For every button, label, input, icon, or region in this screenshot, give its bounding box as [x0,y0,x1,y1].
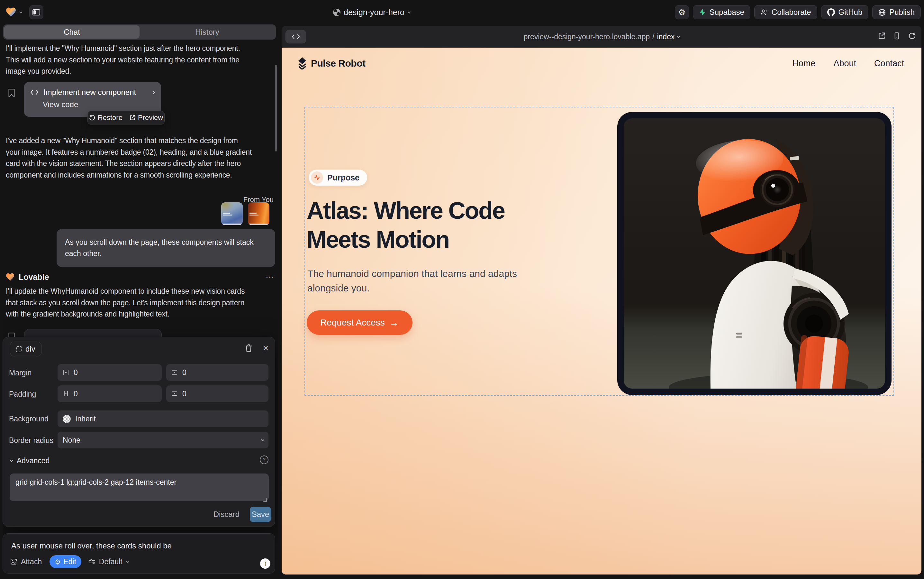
attach-image-icon [11,558,18,565]
selected-element-chip[interactable]: div [10,342,41,357]
publish-button[interactable]: Publish [872,5,921,19]
send-button[interactable]: ↑ [260,558,270,569]
purpose-badge: Purpose [309,170,367,186]
collaborate-icon [760,9,768,16]
margin-x-input[interactable]: 0 [57,364,162,381]
open-in-new-tab-icon[interactable] [878,32,885,39]
close-icon[interactable]: × [263,345,268,351]
mode-select[interactable]: Default [89,558,128,566]
padding-label: Padding [9,390,36,399]
badge-label: Purpose [327,173,359,182]
dashed-selection-icon [16,346,21,352]
project-chevron-icon [408,10,411,13]
transparency-swatch-icon [63,415,71,423]
padding-horizontal-icon [63,391,69,397]
padding-x-input[interactable]: 0 [57,385,162,402]
user-message-bubble: As you scroll down the page, these compo… [57,229,275,267]
assistant-message-3: I'll update the WhyHumanoid component to… [6,286,245,320]
classes-textarea[interactable]: grid grid-cols-1 lg:grid-cols-2 gap-12 i… [10,473,269,501]
publish-globe-icon [878,9,886,16]
url-chevron-icon [677,35,680,38]
github-icon [827,8,835,16]
element-tag: div [25,345,35,353]
restore-icon [89,115,95,121]
sliders-icon [89,559,96,564]
collaborate-button[interactable]: Collaborate [754,5,817,19]
padding-vertical-icon [171,391,178,397]
tab-chat[interactable]: Chat [4,25,140,39]
code-view-toggle[interactable] [286,30,306,43]
tab-history[interactable]: History [140,25,275,39]
preview-button[interactable]: Preview [129,114,163,122]
margin-label: Margin [9,369,31,377]
attachment-thumbnail-orange[interactable] [248,202,269,225]
nav-home[interactable]: Home [792,59,815,69]
code-icon [31,90,38,95]
refresh-icon[interactable] [908,32,916,39]
background-input[interactable]: Inherit [57,411,268,427]
project-globe-icon [333,9,341,16]
attachment-thumbnail-blue[interactable] [221,202,243,225]
discard-button[interactable]: Discard [214,510,240,519]
view-code-link[interactable]: View code [24,97,161,109]
edit-mode-button[interactable]: Edit [49,555,82,568]
background-label: Background [9,415,49,423]
project-switcher[interactable]: design-your-hero [333,8,410,17]
chat-panel: Chat History I'll implement the "Why Hum… [3,25,278,579]
supabase-button[interactable]: Supabase [693,5,750,19]
chat-scrollbar[interactable] [275,65,277,152]
preview-url: preview--design-your-hero.lovable.app [524,33,650,41]
nav-about[interactable]: About [833,59,856,69]
advanced-toggle[interactable]: Advanced [10,456,49,465]
github-button[interactable]: GitHub [821,5,869,19]
restore-button[interactable]: Restore [89,114,122,122]
app-window: design-your-hero ⚙ Supabase Collaborate [0,0,924,579]
site-brand[interactable]: Pulse Robot [297,57,366,69]
lovable-logo-icon[interactable] [6,7,16,17]
component-card-title: Implement new component [43,88,136,97]
request-access-button[interactable]: Request Access → [307,311,413,335]
sidebar-toggle-button[interactable] [29,5,43,19]
chevron-down-icon [261,438,264,441]
version-hover-actions: Restore Preview [87,111,165,124]
nav-contact[interactable]: Contact [874,59,904,69]
mobile-view-icon[interactable] [893,32,901,39]
arrow-up-icon: ↑ [264,560,267,568]
help-icon[interactable]: ? [260,455,268,464]
chat-tabbar: Chat History [3,25,276,39]
mode-chevron-icon [126,560,129,563]
padding-y-input[interactable]: 0 [166,385,268,402]
hero-subheading: The humanoid companion that learns and a… [307,267,517,295]
preview-page: index [657,33,674,41]
bookmark-icon[interactable] [8,89,15,97]
chevron-right-icon [152,91,155,94]
code-toggle-icon [292,34,300,39]
element-inspector-panel: div × Margin 0 0 Padding [3,337,275,527]
advanced-chevron-icon [10,459,13,462]
project-name: design-your-hero [344,8,405,17]
border-radius-select[interactable]: None [57,432,268,448]
chat-input-box[interactable]: As user mouse roll over, these cards sho… [3,533,275,574]
preview-header: preview--design-your-hero.lovable.app / … [282,26,921,47]
assistant-message-2: I've added a new "Why Humanoid" section … [6,135,252,181]
supabase-icon [699,8,706,16]
lovable-heart-icon [6,273,15,281]
settings-button[interactable]: ⚙ [675,5,689,19]
preview-panel: preview--design-your-hero.lovable.app / … [282,26,921,574]
top-bar: design-your-hero ⚙ Supabase Collaborate [0,0,924,25]
margin-vertical-icon [171,369,178,376]
margin-y-input[interactable]: 0 [166,364,268,381]
message-menu-icon[interactable]: ⋯ [266,272,274,282]
logo-chevron-icon[interactable] [19,10,23,13]
margin-horizontal-icon [63,369,69,376]
website-preview: Pulse Robot Home About Contact Purpose A… [282,47,921,574]
save-button[interactable]: Save [250,507,271,522]
assistant-message-1: I'll implement the "Why Humanoid" sectio… [6,43,240,77]
assistant-name: Lovable [19,272,49,282]
hero-heading: Atlas: Where Code Meets Motion [307,196,504,254]
target-icon [55,559,61,565]
attach-button[interactable]: Attach [11,558,42,566]
trash-icon[interactable] [245,344,252,352]
chat-input-value[interactable]: As user mouse roll over, these cards sho… [11,541,172,550]
preview-url-bar[interactable]: preview--design-your-hero.lovable.app / … [282,33,921,41]
